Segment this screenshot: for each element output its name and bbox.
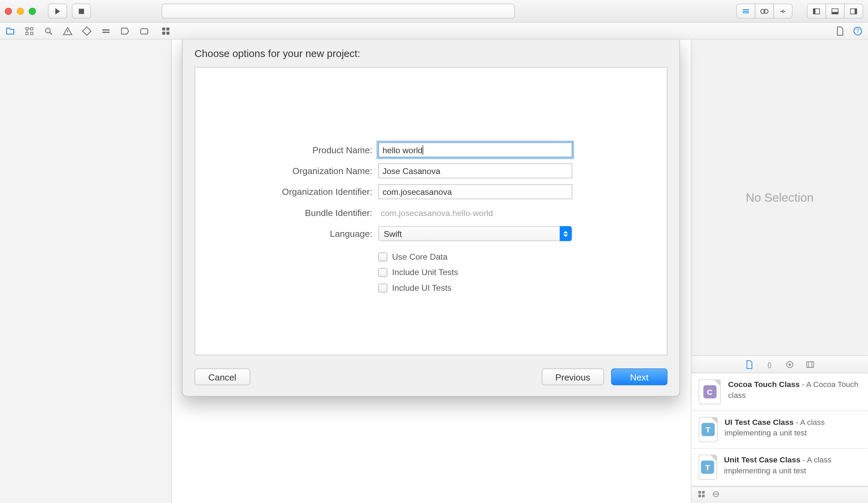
test-badge-icon: T	[701, 461, 714, 474]
svg-rect-37	[714, 493, 718, 494]
svg-rect-34	[698, 494, 701, 497]
library-list: C Cocoa Touch Class - A Cocoa Touch clas…	[691, 373, 868, 486]
product-name-input[interactable]: hello world	[378, 142, 572, 157]
bundle-identifier-value: com.josecasanova.hello-world	[378, 208, 493, 217]
library-item-title: Unit Test Case Class	[724, 455, 800, 464]
svg-rect-22	[166, 27, 169, 30]
activity-viewer	[162, 4, 515, 19]
svg-rect-2	[743, 9, 749, 10]
debug-navigator-icon[interactable]	[101, 25, 112, 36]
select-arrows-icon	[560, 226, 572, 241]
svg-rect-10	[832, 12, 838, 14]
library-item-title: Cocoa Touch Class	[728, 380, 800, 389]
standard-editor-button[interactable]	[736, 4, 755, 19]
test-navigator-icon[interactable]	[81, 25, 92, 36]
svg-rect-14	[30, 27, 33, 30]
toggle-inspector-button[interactable]	[844, 4, 863, 19]
window-titlebar	[0, 0, 868, 23]
filter-icon[interactable]	[712, 490, 720, 501]
svg-rect-3	[743, 11, 749, 11]
svg-rect-15	[25, 32, 28, 34]
library-footer	[691, 486, 868, 503]
report-navigator-icon[interactable]	[139, 25, 150, 36]
toggle-debug-button[interactable]	[825, 4, 845, 19]
include-unit-tests-checkbox[interactable]	[378, 268, 387, 276]
organization-identifier-label: Organization Identifier:	[195, 187, 372, 197]
library-item[interactable]: T Unit Test Case Class - A class impleme…	[691, 449, 868, 486]
svg-marker-0	[55, 8, 60, 14]
library-tab-bar: {}	[691, 355, 868, 373]
panel-toggle-segmented	[807, 4, 863, 19]
svg-point-29	[789, 363, 791, 366]
svg-rect-21	[162, 27, 165, 30]
window-controls	[5, 8, 36, 15]
file-icon: T	[699, 454, 717, 480]
svg-rect-32	[698, 491, 701, 493]
bundle-identifier-label: Bundle Identifier:	[195, 208, 372, 218]
use-core-data-checkbox[interactable]	[378, 252, 387, 261]
language-select[interactable]: Swift	[378, 226, 572, 241]
svg-point-6	[764, 9, 768, 13]
zoom-window-button[interactable]	[29, 8, 36, 15]
svg-rect-13	[25, 27, 28, 30]
svg-rect-20	[141, 28, 148, 34]
editor-layout-segmented	[736, 4, 793, 19]
close-window-button[interactable]	[5, 8, 12, 15]
svg-rect-1	[79, 9, 84, 14]
find-navigator-icon[interactable]	[43, 25, 54, 36]
run-button[interactable]	[48, 4, 67, 19]
issue-navigator-icon[interactable]	[62, 25, 73, 36]
cancel-button[interactable]: Cancel	[195, 368, 250, 385]
file-icon: T	[699, 417, 717, 442]
organization-name-label: Organization Name:	[195, 166, 372, 176]
breakpoint-navigator-icon[interactable]	[120, 25, 131, 36]
media-library-icon[interactable]	[806, 360, 815, 369]
grid-icon[interactable]	[161, 25, 172, 36]
svg-rect-24	[166, 31, 169, 34]
class-badge-icon: C	[703, 385, 716, 399]
version-editor-button[interactable]	[773, 4, 793, 19]
language-label: Language:	[195, 229, 372, 239]
inspector-tab-bar: ?	[835, 25, 863, 36]
organization-name-input[interactable]: Jose Casanova	[378, 164, 572, 178]
toggle-navigator-button[interactable]	[807, 4, 826, 19]
sheet-body: Product Name: hello world Organization N…	[195, 67, 668, 355]
file-template-library-icon[interactable]	[744, 360, 754, 369]
sheet-title: Choose options for your new project:	[195, 48, 668, 60]
svg-rect-23	[162, 31, 165, 34]
quick-help-inspector-icon[interactable]: ?	[852, 25, 863, 36]
library-item[interactable]: C Cocoa Touch Class - A Cocoa Touch clas…	[691, 373, 868, 411]
inspector-panel: No Selection {} C	[691, 40, 868, 503]
include-ui-tests-checkbox[interactable]	[378, 283, 387, 292]
product-name-label: Product Name:	[195, 145, 372, 155]
library-item[interactable]: T UI Test Case Class - A class implement…	[691, 411, 868, 448]
project-navigator-icon[interactable]	[5, 25, 16, 36]
previous-button[interactable]: Previous	[541, 368, 604, 385]
use-core-data-label: Use Core Data	[392, 252, 447, 261]
minimize-window-button[interactable]	[17, 8, 24, 15]
new-project-options-sheet: Choose options for your new project: Pro…	[182, 40, 680, 397]
file-icon: C	[699, 379, 721, 405]
symbol-navigator-icon[interactable]	[24, 25, 35, 36]
assistant-editor-button[interactable]	[755, 4, 774, 19]
object-library-icon[interactable]	[785, 360, 795, 369]
include-unit-tests-label: Include Unit Tests	[392, 268, 458, 277]
sheet-footer: Cancel Previous Next	[195, 368, 668, 385]
editor-area: Choose options for your new project: Pro…	[172, 40, 691, 503]
grid-view-icon[interactable]	[697, 490, 706, 501]
svg-rect-18	[102, 29, 110, 30]
svg-rect-12	[855, 9, 857, 14]
svg-text:{}: {}	[767, 361, 771, 368]
organization-identifier-input[interactable]: com.josecasanova	[378, 184, 572, 199]
svg-rect-16	[30, 32, 33, 34]
file-inspector-icon[interactable]	[835, 25, 846, 36]
svg-rect-31	[809, 361, 812, 367]
svg-rect-8	[813, 9, 815, 14]
navigator-panel	[0, 40, 172, 503]
svg-rect-33	[702, 491, 705, 493]
next-button[interactable]: Next	[611, 368, 668, 385]
stop-button[interactable]	[72, 4, 91, 19]
test-badge-icon: T	[701, 423, 715, 436]
text-cursor	[423, 145, 423, 155]
code-snippet-library-icon[interactable]: {}	[765, 360, 774, 369]
